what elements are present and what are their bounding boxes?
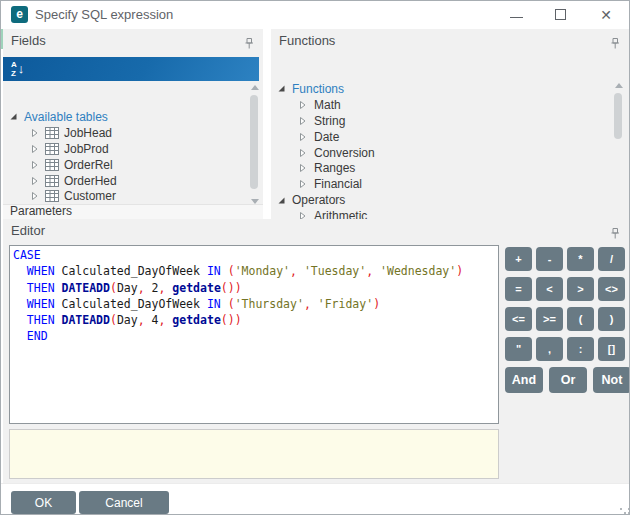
editor-panel-header: Editor (3, 219, 629, 245)
tree-item-string[interactable]: String (271, 113, 613, 129)
collapsed-icon[interactable] (299, 100, 313, 110)
scrollbar-thumb[interactable] (250, 95, 258, 189)
collapsed-icon[interactable] (299, 148, 313, 158)
parameters-section[interactable]: Parameters (3, 204, 263, 219)
pin-icon[interactable] (243, 35, 255, 49)
pin-icon[interactable] (609, 225, 621, 239)
fields-panel-header: Fields (3, 29, 263, 55)
keypad-button-not[interactable]: Not (593, 367, 629, 393)
table-icon (45, 143, 63, 155)
tree-item-orderhed[interactable]: OrderHed (3, 173, 247, 189)
code-line: THEN DATEADD(Day, 4, getdate()) (13, 312, 495, 328)
dialog-footer: OK Cancel (1, 483, 629, 515)
tree-item-customer[interactable]: Customer (3, 188, 247, 204)
keypad-button-minus[interactable]: - (536, 247, 563, 271)
cancel-button[interactable]: Cancel (79, 491, 169, 514)
keypad-button-colon[interactable]: : (567, 337, 594, 361)
collapsed-icon[interactable] (299, 179, 313, 189)
keypad-button-or[interactable]: Or (549, 367, 587, 393)
tree-item-label: Available tables (23, 110, 108, 124)
scroll-down-icon[interactable] (251, 199, 259, 204)
collapsed-icon[interactable] (31, 191, 45, 201)
collapsed-icon[interactable] (31, 144, 45, 154)
description-box[interactable] (9, 429, 499, 479)
collapsed-icon[interactable] (299, 163, 313, 173)
title-bar: e Specify SQL expression ✕ (1, 1, 629, 29)
collapsed-icon[interactable] (31, 160, 45, 170)
scrollbar-thumb[interactable] (614, 93, 622, 139)
keypad-button-brackets[interactable]: [] (598, 337, 625, 361)
table-icon (45, 159, 63, 171)
sort-ascending-button[interactable]: AZ↓ (3, 57, 259, 81)
keypad-button-plus[interactable]: + (505, 247, 532, 271)
maximize-button[interactable] (550, 5, 572, 25)
expanded-icon[interactable] (277, 84, 291, 93)
tree-item-label: Operators (291, 193, 345, 207)
tree-item-operators[interactable]: Operators (271, 192, 613, 208)
keypad-button-greater-or-equal[interactable]: >= (536, 307, 563, 331)
keypad-button-close-paren[interactable]: ) (598, 307, 625, 331)
tree-item-label: Financial (313, 177, 362, 191)
tree-item-orderrel[interactable]: OrderRel (3, 157, 247, 173)
keypad-button-not-equal[interactable]: <> (598, 277, 625, 301)
tree-item-jobprod[interactable]: JobProd (3, 141, 247, 157)
keypad-button-less-than[interactable]: < (536, 277, 563, 301)
code-line: WHEN Calculated_DayOfWeek IN ('Thursday'… (13, 296, 495, 312)
resize-grip[interactable] (620, 508, 622, 510)
functions-tree: FunctionsMathStringDateConversionRangesF… (271, 81, 613, 219)
minimize-button[interactable] (506, 5, 528, 25)
code-line: WHEN Calculated_DayOfWeek IN ('Monday', … (13, 263, 495, 279)
scroll-up-icon[interactable] (615, 83, 623, 88)
keypad-button-greater-than[interactable]: > (567, 277, 594, 301)
fields-panel-title: Fields (11, 33, 46, 48)
tree-item-ranges[interactable]: Ranges (271, 160, 613, 176)
editor-panel: Editor CASE WHEN Calculated_DayOfWeek IN… (3, 219, 629, 483)
tree-item-math[interactable]: Math (271, 97, 613, 113)
ok-button[interactable]: OK (11, 491, 76, 514)
collapsed-icon[interactable] (31, 176, 45, 186)
functions-panel-title: Functions (279, 33, 335, 48)
tree-item-label: String (313, 114, 345, 128)
code-line: THEN DATEADD(Day, 2, getdate()) (13, 280, 495, 296)
app-logo-icon: e (11, 6, 28, 23)
close-button[interactable]: ✕ (595, 5, 617, 25)
tree-item-label: JobProd (63, 142, 109, 156)
functions-scrollbar[interactable] (613, 81, 625, 211)
tree-item-label: Math (313, 98, 341, 112)
keypad-button-comma[interactable]: , (536, 337, 563, 361)
tree-item-available-tables[interactable]: Available tables (3, 109, 247, 125)
tree-item-label: Conversion (313, 146, 375, 160)
scroll-up-icon[interactable] (251, 85, 259, 90)
collapsed-icon[interactable] (299, 116, 313, 126)
sort-az-icon: AZ↓ (11, 60, 24, 78)
keypad-button-divide[interactable]: / (598, 247, 625, 271)
tree-item-jobhead[interactable]: JobHead (3, 125, 247, 141)
fields-scrollbar[interactable] (249, 83, 261, 203)
keypad-button-equals[interactable]: = (505, 277, 532, 301)
expanded-icon[interactable] (277, 196, 291, 205)
keypad-button-open-paren[interactable]: ( (567, 307, 594, 331)
tree-item-date[interactable]: Date (271, 129, 613, 145)
table-icon (45, 190, 63, 202)
tree-item-label: Date (313, 130, 339, 144)
tree-item-arithmetic[interactable]: Arithmetic (271, 208, 613, 219)
operator-keypad: +-*/=<><><=>=()",:[] (505, 247, 629, 361)
collapsed-icon[interactable] (299, 211, 313, 219)
tree-item-label: OrderHed (63, 174, 117, 188)
keypad-button-less-or-equal[interactable]: <= (505, 307, 532, 331)
minimize-icon (510, 17, 523, 18)
tree-item-label: Arithmetic (313, 209, 367, 219)
code-line: END (13, 328, 495, 344)
pin-icon[interactable] (609, 35, 621, 49)
collapsed-icon[interactable] (31, 128, 45, 138)
keypad-button-multiply[interactable]: * (567, 247, 594, 271)
keypad-button-and[interactable]: And (505, 367, 543, 393)
expanded-icon[interactable] (9, 112, 23, 121)
keypad-button-quote[interactable]: " (505, 337, 532, 361)
tree-item-conversion[interactable]: Conversion (271, 145, 613, 161)
tree-item-financial[interactable]: Financial (271, 176, 613, 192)
logical-operator-keypad: AndOrNot (505, 367, 629, 393)
tree-item-functions[interactable]: Functions (271, 81, 613, 97)
collapsed-icon[interactable] (299, 132, 313, 142)
sql-expression-editor[interactable]: CASE WHEN Calculated_DayOfWeek IN ('Mond… (9, 245, 499, 424)
